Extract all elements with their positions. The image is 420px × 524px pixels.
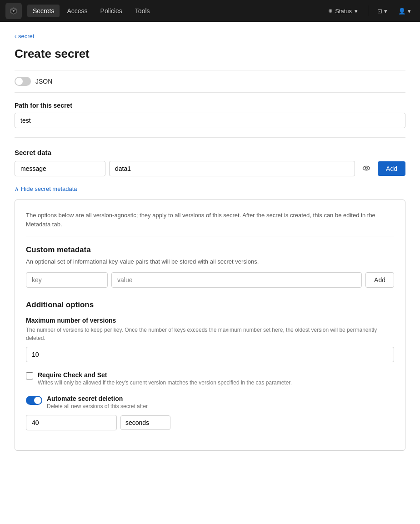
metadata-card: The options below are all version-agnost… — [15, 200, 405, 451]
secret-data-row: Add — [15, 161, 405, 176]
nav-item-secrets[interactable]: Secrets — [27, 5, 60, 17]
terminal-icon: ⊡ — [377, 8, 382, 15]
cas-checkbox-row: Require Check and Set Writes will only b… — [26, 371, 394, 386]
json-toggle[interactable] — [15, 77, 31, 86]
path-label: Path for this secret — [15, 102, 405, 109]
additional-options-title: Additional options — [26, 300, 394, 309]
cas-desc: Writes will only be allowed if the key's… — [38, 379, 292, 386]
nav-item-access[interactable]: Access — [61, 5, 93, 17]
additional-options-section: Additional options Maximum number of ver… — [26, 300, 394, 430]
terminal-chevron: ▾ — [384, 8, 387, 15]
json-toggle-row: JSON — [15, 70, 405, 93]
auto-delete-content: Automate secret deletion Delete all new … — [47, 395, 148, 409]
cas-label: Require Check and Set — [38, 371, 292, 379]
duration-unit-select[interactable]: seconds minutes hours days — [120, 415, 170, 430]
nav-item-tools[interactable]: Tools — [130, 5, 155, 17]
cas-checkbox[interactable] — [26, 372, 33, 379]
page-title: Create secret — [15, 47, 405, 61]
toggle-metadata-label: Hide secret metadata — [21, 185, 77, 192]
max-versions-desc: The number of versions to keep per key. … — [26, 326, 394, 342]
status-dot — [329, 9, 332, 13]
secret-data-section: Secret data Add — [15, 149, 405, 176]
top-navigation: Secrets Access Policies Tools Status ▾ ⊡… — [0, 0, 420, 22]
toggle-metadata-link[interactable]: ∧ Hide secret metadata — [15, 185, 405, 192]
status-button[interactable]: Status ▾ — [324, 6, 362, 16]
add-kv-button[interactable]: Add — [365, 272, 394, 288]
duration-row: seconds minutes hours days — [26, 415, 394, 430]
user-button[interactable]: 👤 ▾ — [395, 6, 415, 16]
kv-row: Add — [26, 272, 394, 288]
svg-point-3 — [363, 166, 370, 170]
main-content: secret Create secret JSON Path for this … — [0, 22, 420, 524]
metadata-info-text: The options below are all version-agnost… — [26, 211, 394, 236]
app-logo[interactable] — [5, 3, 22, 19]
add-secret-button[interactable]: Add — [378, 161, 405, 176]
nav-item-policies[interactable]: Policies — [95, 5, 128, 17]
svg-point-4 — [365, 167, 368, 169]
json-label: JSON — [35, 78, 52, 85]
user-icon: 👤 — [398, 8, 406, 15]
kv-key-input[interactable] — [26, 272, 108, 288]
secret-value-input[interactable] — [109, 161, 355, 176]
breadcrumb[interactable]: secret — [15, 33, 405, 40]
status-chevron-icon: ▾ — [355, 8, 358, 15]
auto-delete-toggle[interactable] — [26, 396, 42, 405]
custom-metadata-title: Custom metadata — [26, 245, 394, 255]
max-versions-input[interactable] — [26, 347, 394, 362]
auto-delete-desc: Delete all new versions of this secret a… — [47, 403, 148, 409]
toggle-visibility-button[interactable] — [359, 162, 374, 175]
duration-number-input[interactable] — [26, 415, 117, 430]
path-input[interactable] — [15, 113, 405, 128]
chevron-up-icon: ∧ — [15, 185, 19, 192]
auto-delete-row: Automate secret deletion Delete all new … — [26, 395, 394, 409]
user-chevron: ▾ — [408, 8, 411, 15]
secret-data-label: Secret data — [15, 149, 405, 156]
auto-delete-label: Automate secret deletion — [47, 395, 148, 402]
terminal-button[interactable]: ⊡ ▾ — [374, 6, 391, 16]
status-label: Status — [335, 8, 352, 15]
cas-content: Require Check and Set Writes will only b… — [38, 371, 292, 386]
custom-metadata-section: Custom metadata An optional set of infor… — [26, 245, 394, 288]
path-section: Path for this secret — [15, 102, 405, 138]
max-versions-group: Maximum number of versions The number of… — [26, 317, 394, 362]
kv-value-input[interactable] — [111, 272, 362, 288]
secret-key-input[interactable] — [15, 161, 105, 176]
cas-option-group: Require Check and Set Writes will only b… — [26, 371, 394, 386]
custom-metadata-desc: An optional set of informational key-val… — [26, 258, 394, 265]
nav-divider — [368, 5, 368, 16]
auto-delete-group: Automate secret deletion Delete all new … — [26, 395, 394, 430]
max-versions-label: Maximum number of versions — [26, 317, 394, 324]
